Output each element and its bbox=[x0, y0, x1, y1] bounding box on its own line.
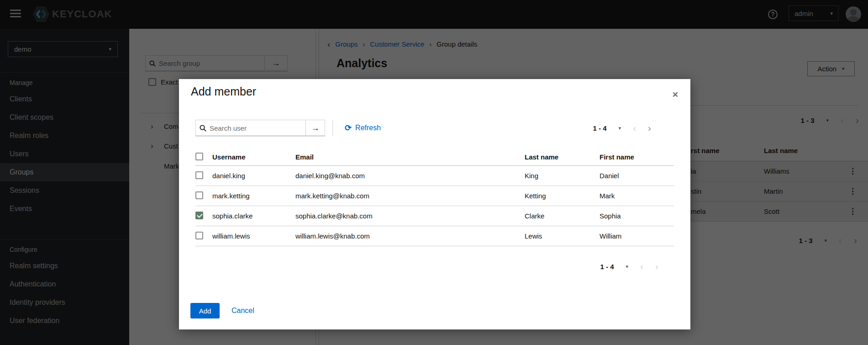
first-name-cell: William bbox=[600, 232, 674, 240]
modal-title: Add member bbox=[191, 85, 256, 98]
toolbar-divider bbox=[332, 120, 333, 136]
last-name-cell: Ketting bbox=[525, 192, 600, 200]
refresh-button[interactable]: ⟳ Refresh bbox=[345, 123, 381, 133]
search-icon bbox=[200, 125, 206, 132]
email-header: Email bbox=[295, 153, 525, 161]
username-cell: sophia.clarke bbox=[212, 212, 295, 220]
user-table-row[interactable]: sophia.clarkesophia.clarke@knab.comClark… bbox=[195, 206, 674, 226]
user-search-input[interactable] bbox=[210, 124, 302, 132]
row-select-checkbox[interactable] bbox=[195, 191, 203, 199]
user-table-header: Username Email Last name First name bbox=[195, 149, 674, 166]
refresh-label: Refresh bbox=[355, 124, 381, 132]
email-cell: daniel.king@knab.com bbox=[295, 172, 525, 180]
user-table-row[interactable]: mark.kettingmark.ketting@knab.comKetting… bbox=[195, 186, 674, 206]
user-table: Username Email Last name First name dani… bbox=[195, 149, 674, 246]
pagination-range: 1 - 4 bbox=[600, 263, 614, 271]
close-icon[interactable]: ✕ bbox=[672, 90, 679, 100]
row-select-checkbox[interactable] bbox=[195, 171, 203, 179]
username-cell: mark.ketting bbox=[212, 192, 295, 200]
first-name-header: First name bbox=[600, 153, 674, 161]
user-pagination-top: 1 - 4 ▾ ‹ › bbox=[593, 123, 651, 133]
caret-down-icon[interactable]: ▾ bbox=[618, 125, 621, 131]
last-name-header: Last name bbox=[525, 153, 600, 161]
username-header: Username bbox=[212, 153, 295, 161]
add-member-modal: Add member ✕ → ⟳ Refresh 1 - 4 ▾ ‹ › Use… bbox=[179, 79, 690, 329]
first-name-cell: Mark bbox=[600, 192, 674, 200]
refresh-icon: ⟳ bbox=[345, 123, 352, 133]
add-button[interactable]: Add bbox=[190, 303, 220, 318]
user-table-row[interactable]: william.lewiswilliam.lewis@knab.comLewis… bbox=[195, 226, 674, 246]
select-all-checkbox[interactable] bbox=[195, 153, 203, 160]
first-name-cell: Sophia bbox=[600, 212, 674, 220]
user-search-submit-button[interactable]: → bbox=[306, 120, 325, 136]
next-page-icon[interactable]: › bbox=[648, 123, 651, 133]
last-name-cell: Clarke bbox=[525, 212, 600, 220]
email-cell: mark.ketting@knab.com bbox=[295, 192, 525, 200]
username-cell: daniel.king bbox=[212, 172, 295, 180]
pagination-range: 1 - 4 bbox=[593, 124, 606, 132]
prev-page-icon[interactable]: ‹ bbox=[633, 123, 636, 133]
first-name-cell: Daniel bbox=[600, 172, 674, 180]
cancel-button[interactable]: Cancel bbox=[231, 307, 254, 315]
email-cell: sophia.clarke@knab.com bbox=[295, 212, 525, 220]
user-table-row[interactable]: daniel.kingdaniel.king@knab.comKingDanie… bbox=[195, 166, 674, 186]
user-search-field bbox=[195, 120, 306, 136]
caret-down-icon[interactable]: ▾ bbox=[626, 264, 628, 270]
last-name-cell: King bbox=[525, 172, 600, 180]
username-cell: william.lewis bbox=[212, 232, 295, 240]
email-cell: william.lewis@knab.com bbox=[295, 232, 525, 240]
user-pagination-bottom: 1 - 4 ▾ ‹ › bbox=[600, 262, 658, 271]
next-page-icon[interactable]: › bbox=[655, 262, 658, 271]
row-select-checkbox[interactable] bbox=[195, 212, 203, 219]
last-name-cell: Lewis bbox=[525, 232, 600, 240]
row-select-checkbox[interactable] bbox=[195, 232, 203, 239]
prev-page-icon[interactable]: ‹ bbox=[640, 262, 643, 271]
